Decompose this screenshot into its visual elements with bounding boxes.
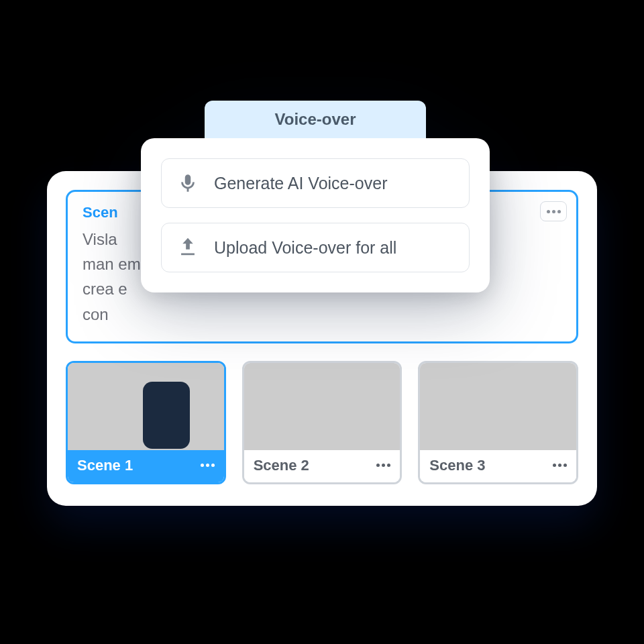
generate-ai-voiceover-button[interactable]: Generate AI Voice-over xyxy=(161,158,470,208)
voiceover-options-panel: Generate AI Voice-over Upload Voice-over… xyxy=(141,138,490,292)
scene-thumbnail-2[interactable]: Scene 2 xyxy=(242,361,402,484)
microphone-icon xyxy=(176,172,199,195)
thumbnail-image xyxy=(244,363,400,450)
thumbnail-label: Scene 2 xyxy=(254,457,309,474)
upload-icon xyxy=(176,236,199,259)
scene-thumbnail-1[interactable]: Scene 1 xyxy=(66,361,226,484)
scene-thumbnail-3[interactable]: Scene 3 xyxy=(418,361,578,484)
scene-more-button[interactable] xyxy=(540,201,567,221)
thumbnail-image xyxy=(420,363,576,450)
voiceover-tab[interactable]: Voice-over xyxy=(205,101,426,138)
option-label: Upload Voice-over for all xyxy=(214,238,396,258)
thumbnail-image xyxy=(68,363,224,450)
thumbnail-label: Scene 3 xyxy=(429,457,485,474)
ellipsis-icon[interactable] xyxy=(376,464,390,467)
ellipsis-icon[interactable] xyxy=(553,464,567,467)
option-label: Generate AI Voice-over xyxy=(214,174,387,193)
ellipsis-icon[interactable] xyxy=(201,464,215,467)
thumbnail-label: Scene 1 xyxy=(77,457,133,474)
scene-thumbnails: Scene 1 Scene 2 Scene 3 xyxy=(66,361,578,484)
voiceover-popover: Voice-over Generate AI Voice-over Upload… xyxy=(141,101,490,292)
upload-voiceover-button[interactable]: Upload Voice-over for all xyxy=(161,223,470,272)
ellipsis-icon xyxy=(547,210,561,213)
